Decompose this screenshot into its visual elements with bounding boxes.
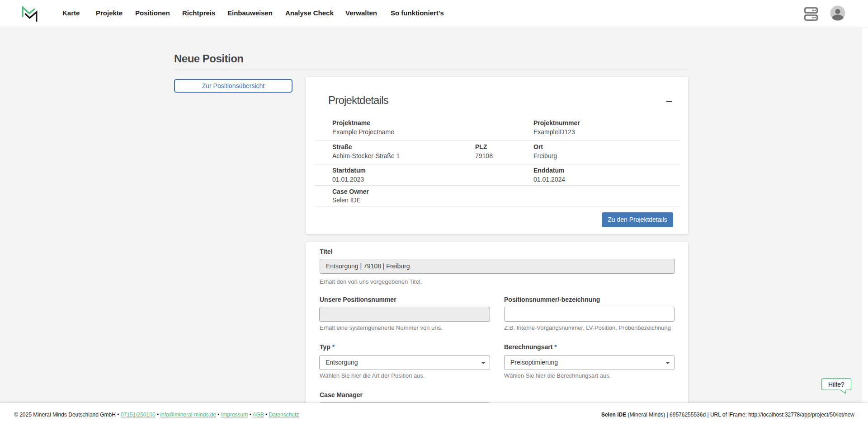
svg-text:Hilfe?: Hilfe? (828, 381, 844, 388)
